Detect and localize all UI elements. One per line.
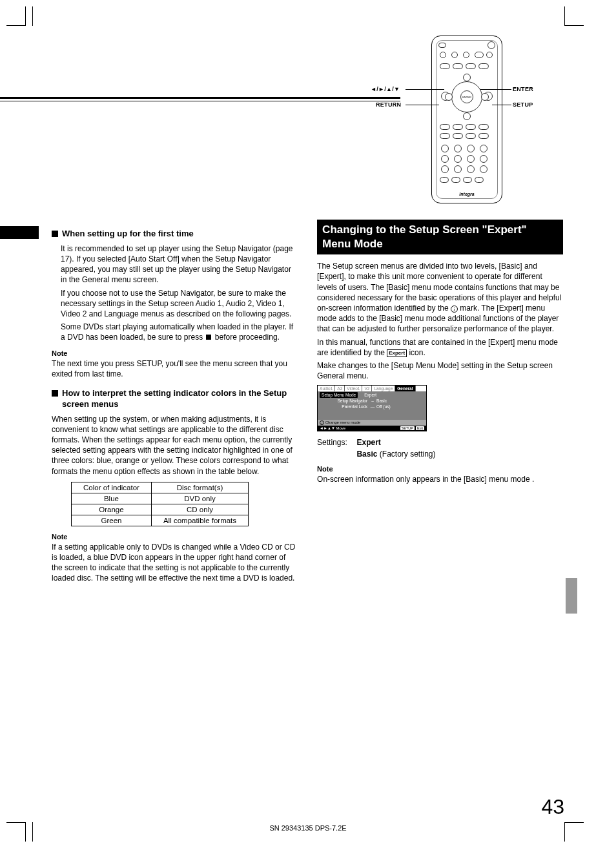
footer-serial: SN 29343135 DPS-7.2E: [0, 824, 616, 832]
enter-label: ENTER: [513, 86, 533, 92]
paragraph: It is recommended to set up player using…: [52, 243, 298, 285]
osd-tab-active: General: [395, 386, 415, 391]
page-number: 43: [541, 795, 564, 819]
paragraph: Make changes to the [Setup Menu Mode] se…: [317, 360, 563, 381]
table-header: Color of indicator: [72, 482, 152, 493]
crop-mark-icon: [564, 6, 584, 26]
left-column: When setting up for the first time It is…: [52, 220, 298, 586]
note-heading: Note: [52, 533, 298, 541]
square-bullet-icon: [52, 390, 58, 397]
note-heading: Note: [317, 465, 563, 473]
setup-label: SETUP: [513, 101, 533, 108]
osd-tab: Language: [372, 386, 395, 391]
paragraph: The Setup screen menus are divided into …: [317, 261, 563, 334]
osd-hint: i Change menu mode: [318, 420, 426, 426]
table-row: BlueDVD only: [72, 493, 249, 504]
right-column: Changing to the Setup Screen "Expert" Me…: [317, 220, 563, 586]
heading-indicator-colors: How to interpret the setting indicator c…: [52, 388, 298, 410]
note-text: If a setting applicable only to DVDs is …: [52, 542, 298, 584]
info-icon: i: [451, 305, 458, 313]
indicator-color-table: Color of indicator Disc format(s) BlueDV…: [71, 482, 249, 526]
osd-row: Parental Lock—Off (us): [318, 404, 426, 409]
content-columns: When setting up for the first time It is…: [52, 220, 564, 586]
paragraph: Some DVDs start playing automatically wh…: [52, 322, 298, 342]
osd-tabs: Audio1 A2 Video1 V2 Language General: [318, 386, 426, 391]
table-row: GreenAll compatible formats: [72, 515, 249, 526]
osd-tab: V2: [362, 386, 372, 391]
note-heading: Note: [52, 349, 298, 357]
remote-outline-icon: ENTER: [431, 36, 502, 203]
note-text: On-screen information only appears in th…: [317, 474, 563, 484]
expert-badge-icon: Expert: [387, 349, 407, 357]
osd-tab: Audio1: [318, 386, 335, 391]
settings-line: Basic (Factory setting): [317, 450, 563, 459]
paragraph: If you choose not to use the Setup Navig…: [52, 288, 298, 320]
osd-row-selected: Setup Menu Mode Expert: [318, 392, 426, 398]
table-header-row: Color of indicator Disc format(s): [72, 482, 249, 493]
osd-screenshot: Audio1 A2 Video1 V2 Language General Set…: [317, 385, 427, 431]
osd-footer: ◄►▲▼ Move SETUPExit: [318, 426, 426, 431]
return-label: RETURN: [376, 101, 401, 108]
paragraph: When setting up the system, or when maki…: [52, 414, 298, 477]
osd-tab: Video1: [345, 386, 362, 391]
square-bullet-icon: [52, 231, 58, 237]
osd-tab: A2: [335, 386, 345, 391]
note-text: The next time you press SETUP, you'll se…: [52, 358, 298, 379]
crop-mark-icon: [6, 6, 26, 26]
table-header: Disc format(s): [151, 482, 248, 493]
divider-thin: [0, 101, 400, 101]
section-title: Changing to the Setup Screen "Expert" Me…: [317, 220, 563, 254]
page-edge-tab: [566, 578, 577, 614]
stop-icon: [206, 335, 211, 340]
arrows-label: ◄/►/▲/▼: [371, 86, 400, 92]
paragraph: In this manual, functions that are conta…: [317, 337, 563, 358]
settings-line: Settings: Expert: [317, 438, 563, 447]
osd-row: Setup Navigator–Basic: [318, 398, 426, 404]
section-tab-icon: [0, 226, 39, 239]
remote-diagram: ENTER: [377, 36, 558, 210]
divider-thick: [0, 97, 400, 99]
table-row: OrangeCD only: [72, 504, 249, 515]
manual-page: ENTER: [0, 0, 616, 848]
heading-first-time: When setting up for the first time: [52, 229, 298, 240]
remote-brand-label: Integra: [432, 192, 502, 196]
